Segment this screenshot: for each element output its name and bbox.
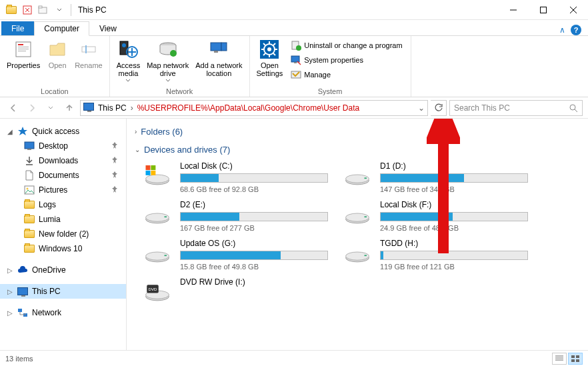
- view-details-button[interactable]: [552, 353, 567, 365]
- add-location-icon: [208, 39, 229, 60]
- drive-capacity-bar: [380, 173, 528, 183]
- tab-computer[interactable]: Computer: [34, 21, 89, 36]
- uninstall-program-button[interactable]: Uninstall or change a program: [289, 39, 403, 52]
- drive-free-text: 24.9 GB free of 48.8 GB: [380, 224, 528, 232]
- map-drive-icon: [157, 39, 179, 60]
- properties-button[interactable]: Properties: [4, 37, 43, 87]
- refresh-button[interactable]: [431, 100, 447, 116]
- chevron-right-icon[interactable]: ▷: [7, 309, 13, 317]
- drive-item[interactable]: TGDD (H:)119 GB free of 121 GB: [341, 239, 528, 271]
- search-input[interactable]: [454, 103, 569, 113]
- svg-point-32: [296, 45, 301, 51]
- sidebar-item[interactable]: Downloads: [0, 153, 126, 168]
- drive-item[interactable]: Local Disk (F:)24.9 GB free of 48.8 GB: [341, 200, 528, 232]
- svg-rect-10: [82, 47, 95, 52]
- drive-item[interactable]: Update OS (G:)15.8 GB free of 49.8 GB: [141, 239, 328, 271]
- qat-explorer-icon[interactable]: [4, 3, 19, 17]
- open-settings-button[interactable]: Open Settings: [254, 37, 286, 87]
- maximize-button[interactable]: [528, 0, 558, 20]
- sidebar-onedrive[interactable]: ▷ OneDrive: [0, 263, 126, 277]
- access-media-button[interactable]: Access media: [114, 37, 143, 87]
- drive-item[interactable]: DVDDVD RW Drive (I:): [141, 277, 328, 304]
- qat-properties-icon[interactable]: [20, 3, 35, 17]
- chevron-down-icon[interactable]: ⌄: [135, 146, 140, 153]
- section-folders[interactable]: › Folders (6): [135, 123, 580, 141]
- address-dropdown-icon[interactable]: ⌄: [418, 103, 425, 113]
- breadcrumb-root[interactable]: This PC: [98, 103, 127, 113]
- ribbon-collapse-icon[interactable]: ∧: [559, 25, 565, 35]
- tab-view[interactable]: View: [89, 21, 127, 35]
- chevron-right-icon[interactable]: ›: [135, 128, 137, 135]
- qat-newfolder-icon[interactable]: [36, 3, 51, 17]
- sidebar-item[interactable]: Logs: [0, 197, 126, 212]
- drive-capacity-bar: [180, 212, 328, 221]
- recent-locations-button[interactable]: [43, 100, 59, 116]
- ribbon-group-network: Access media Map network drive Add a net…: [110, 36, 250, 97]
- view-tiles-button[interactable]: [568, 353, 583, 365]
- pc-icon: [17, 286, 28, 297]
- address-path[interactable]: %USERPROFILE%\AppData\Local\Google\Chrom…: [137, 103, 359, 113]
- svg-text:DVD: DVD: [149, 287, 157, 291]
- drive-free-text: 68.6 GB free of 92.8 GB: [180, 185, 328, 193]
- sidebar-item[interactable]: Desktop: [0, 139, 126, 153]
- drive-capacity-bar: [380, 212, 528, 221]
- search-field[interactable]: [449, 100, 583, 116]
- manage-icon: [291, 69, 301, 80]
- onedrive-icon: [17, 265, 28, 275]
- help-icon[interactable]: ?: [571, 25, 581, 35]
- add-network-location-button[interactable]: Add a network location: [193, 37, 245, 87]
- documents-icon: [24, 170, 35, 181]
- drive-icon: [341, 239, 373, 265]
- pin-icon: [111, 142, 118, 150]
- sidebar-this-pc[interactable]: ▷ This PC: [0, 284, 126, 299]
- sidebar-item[interactable]: Lumia: [0, 212, 126, 227]
- sidebar: ◢ Quick access DesktopDownloadsDocuments…: [0, 119, 127, 350]
- drive-item[interactable]: Local Disk (C:)68.6 GB free of 92.8 GB: [141, 161, 328, 193]
- ribbon-group-system: Open Settings Uninstall or change a prog…: [250, 36, 411, 97]
- drive-name: D2 (E:): [180, 200, 328, 209]
- svg-rect-50: [151, 171, 155, 175]
- search-icon: [569, 103, 578, 113]
- open-icon: [47, 39, 68, 60]
- drive-item[interactable]: D2 (E:)167 GB free of 277 GB: [141, 200, 328, 232]
- section-drives[interactable]: ⌄ Devices and drives (7): [135, 141, 580, 159]
- svg-rect-4: [540, 7, 546, 13]
- drive-item[interactable]: D1 (D:)147 GB free of 341 GB: [341, 161, 528, 193]
- folder-icon: [24, 229, 35, 239]
- manage-button[interactable]: Manage: [289, 68, 403, 81]
- map-drive-button[interactable]: Map network drive: [144, 37, 191, 87]
- back-button[interactable]: [5, 100, 21, 116]
- system-properties-button[interactable]: System properties: [289, 53, 403, 67]
- qat-dropdown[interactable]: [52, 3, 67, 17]
- chevron-right-icon[interactable]: ▷: [7, 288, 13, 295]
- svg-rect-33: [291, 56, 299, 62]
- chevron-down-icon[interactable]: ◢: [7, 128, 13, 135]
- up-button[interactable]: [61, 100, 77, 116]
- sidebar-item[interactable]: Documents: [0, 168, 126, 183]
- ribbon: Properties Open Rename Location Access m…: [0, 36, 588, 97]
- close-button[interactable]: [558, 0, 588, 20]
- svg-point-16: [170, 50, 177, 57]
- sidebar-network[interactable]: ▷ Network: [0, 305, 126, 320]
- sidebar-item-label: Lumia: [39, 215, 61, 224]
- open-button: Open: [44, 37, 71, 87]
- drive-free-text: 147 GB free of 341 GB: [380, 185, 528, 193]
- svg-rect-48: [151, 165, 155, 170]
- pc-icon: [83, 103, 94, 113]
- downloads-icon: [24, 155, 35, 166]
- folder-icon: [24, 199, 35, 210]
- sidebar-item[interactable]: Pictures: [0, 183, 126, 197]
- svg-rect-17: [211, 43, 221, 51]
- tab-file[interactable]: File: [1, 21, 34, 35]
- sidebar-item[interactable]: New folder (2): [0, 227, 126, 241]
- properties-icon: [13, 39, 34, 60]
- forward-button[interactable]: [24, 100, 40, 116]
- svg-rect-62: [165, 255, 167, 256]
- sidebar-item[interactable]: Windows 10: [0, 241, 126, 256]
- svg-rect-47: [146, 165, 151, 170]
- chevron-right-icon[interactable]: ▷: [7, 267, 13, 274]
- address-field[interactable]: This PC › %USERPROFILE%\AppData\Local\Go…: [80, 100, 428, 116]
- minimize-button[interactable]: [498, 0, 528, 20]
- sidebar-quick-access[interactable]: ◢ Quick access: [0, 124, 126, 139]
- svg-rect-56: [165, 216, 167, 217]
